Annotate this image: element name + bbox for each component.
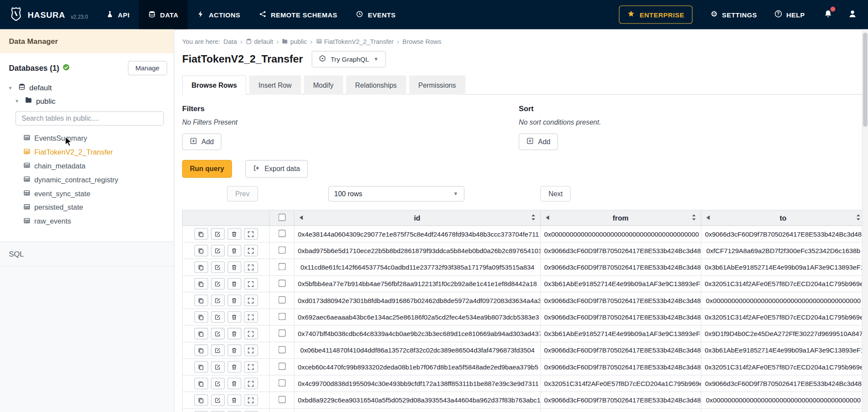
expand-row-button[interactable] xyxy=(244,378,258,389)
arrow-left-icon[interactable] xyxy=(706,214,710,222)
sidebar-table-item[interactable]: EventsSummary xyxy=(23,131,174,145)
delete-row-button[interactable] xyxy=(227,295,241,307)
add-filter-button[interactable]: Add xyxy=(182,133,222,150)
row-checkbox[interactable] xyxy=(278,296,286,303)
expand-row-button[interactable] xyxy=(244,328,258,339)
expand-row-button[interactable] xyxy=(244,361,258,373)
next-page-button[interactable]: Next xyxy=(540,186,571,202)
add-sort-button[interactable]: Add xyxy=(519,133,558,150)
manage-button[interactable]: Manage xyxy=(128,61,167,75)
tab-relationships[interactable]: Relationships xyxy=(346,75,406,95)
select-all-checkbox[interactable] xyxy=(278,214,286,221)
edit-row-button[interactable] xyxy=(210,278,224,290)
edit-row-button[interactable] xyxy=(210,361,224,373)
column-header-to[interactable]: to xyxy=(701,210,865,226)
copy-row-button[interactable] xyxy=(194,295,208,307)
tree-node-database[interactable]: ▾ default xyxy=(9,81,165,94)
copy-row-button[interactable] xyxy=(194,278,208,290)
sidebar-table-item[interactable]: persisted_state xyxy=(23,201,174,214)
edit-row-button[interactable] xyxy=(210,245,224,257)
edit-row-button[interactable] xyxy=(210,344,224,356)
notifications-button[interactable] xyxy=(824,9,832,20)
column-header-id[interactable]: id xyxy=(294,210,541,226)
delete-row-button[interactable] xyxy=(227,278,241,290)
delete-row-button[interactable] xyxy=(227,361,241,373)
delete-row-button[interactable] xyxy=(227,228,241,240)
nav-item-remote-schemas[interactable]: REMOTE SCHEMAS xyxy=(250,0,347,30)
expand-row-button[interactable] xyxy=(244,394,258,406)
prev-page-button[interactable]: Prev xyxy=(227,186,258,202)
run-query-button[interactable]: Run query xyxy=(182,160,232,178)
row-checkbox[interactable] xyxy=(278,346,286,353)
edit-row-button[interactable] xyxy=(210,295,224,307)
breadcrumb-schema[interactable]: public xyxy=(282,38,307,45)
expand-row-button[interactable] xyxy=(244,261,258,273)
delete-row-button[interactable] xyxy=(227,261,241,273)
nav-item-data[interactable]: DATA xyxy=(139,0,187,30)
delete-row-button[interactable] xyxy=(227,344,241,356)
copy-row-button[interactable] xyxy=(194,228,208,240)
copy-row-button[interactable] xyxy=(194,344,208,356)
sidebar-item-sql[interactable]: SQL xyxy=(0,242,174,266)
nav-item-api[interactable]: API xyxy=(97,0,139,30)
tab-modify[interactable]: Modify xyxy=(304,75,343,95)
user-menu-button[interactable] xyxy=(848,9,857,20)
tab-permissions[interactable]: Permissions xyxy=(409,75,465,95)
breadcrumb-data[interactable]: Data xyxy=(224,38,237,45)
edit-row-button[interactable] xyxy=(210,328,224,339)
sidebar-table-item[interactable]: chain_metadata xyxy=(23,159,174,173)
row-checkbox[interactable] xyxy=(278,246,286,254)
tab-browse-rows[interactable]: Browse Rows xyxy=(182,75,247,95)
sort-icon[interactable] xyxy=(691,214,696,222)
row-checkbox[interactable] xyxy=(278,230,286,237)
settings-link[interactable]: SETTINGS xyxy=(710,10,757,20)
expand-row-button[interactable] xyxy=(244,311,258,323)
row-checkbox[interactable] xyxy=(278,313,286,320)
delete-row-button[interactable] xyxy=(227,394,241,406)
try-graphql-button[interactable]: Try GraphQL ▼ xyxy=(312,51,385,67)
copy-row-button[interactable] xyxy=(194,328,208,339)
row-checkbox[interactable] xyxy=(278,363,286,370)
sort-icon[interactable] xyxy=(856,214,861,222)
sidebar-table-item[interactable]: dynamic_contract_registry xyxy=(23,173,174,187)
delete-row-button[interactable] xyxy=(227,245,241,257)
copy-row-button[interactable] xyxy=(194,394,208,406)
edit-row-button[interactable] xyxy=(210,228,224,240)
sidebar-table-item[interactable]: event_sync_state xyxy=(23,187,174,201)
copy-row-button[interactable] xyxy=(194,261,208,273)
arrow-left-icon[interactable] xyxy=(299,214,303,222)
nav-item-actions[interactable]: ACTIONS xyxy=(188,0,250,30)
column-header-from[interactable]: from xyxy=(541,210,701,226)
copy-row-button[interactable] xyxy=(194,311,208,323)
search-tables-input[interactable] xyxy=(16,111,164,125)
expand-row-button[interactable] xyxy=(244,278,258,290)
expand-row-button[interactable] xyxy=(244,245,258,257)
row-checkbox[interactable] xyxy=(278,279,286,287)
breadcrumb-database[interactable]: default xyxy=(246,38,273,45)
expand-row-button[interactable] xyxy=(244,295,258,307)
copy-row-button[interactable] xyxy=(194,361,208,373)
row-checkbox[interactable] xyxy=(278,263,286,270)
export-data-button[interactable]: Export data xyxy=(245,160,308,178)
edit-row-button[interactable] xyxy=(210,261,224,273)
delete-row-button[interactable] xyxy=(227,311,241,323)
enterprise-button[interactable]: ENTERPRISE xyxy=(619,6,693,24)
scrollbar-thumb[interactable] xyxy=(863,33,868,127)
tree-node-schema[interactable]: ▾ public xyxy=(9,94,165,108)
tab-insert-row[interactable]: Insert Row xyxy=(249,75,301,95)
expand-row-button[interactable] xyxy=(244,344,258,356)
help-link[interactable]: ? HELP xyxy=(775,10,805,20)
sidebar-table-item[interactable]: raw_events xyxy=(23,214,174,228)
hasura-logo[interactable]: HASURA v2.23.0 xyxy=(9,7,88,23)
row-checkbox[interactable] xyxy=(278,379,286,386)
arrow-left-icon[interactable] xyxy=(545,214,549,222)
breadcrumb-table[interactable]: FiatTokenV2_2_Transfer xyxy=(316,38,394,45)
copy-row-button[interactable] xyxy=(194,245,208,257)
sort-icon[interactable] xyxy=(531,214,536,222)
copy-row-button[interactable] xyxy=(194,378,208,389)
nav-item-events[interactable]: EVENTS xyxy=(347,0,405,30)
sidebar-table-item[interactable]: FiatTokenV2_2_Transfer xyxy=(23,145,174,159)
rows-per-page-select[interactable]: 100 rows ▼ xyxy=(328,186,464,202)
expand-row-button[interactable] xyxy=(244,228,258,240)
edit-row-button[interactable] xyxy=(210,378,224,389)
